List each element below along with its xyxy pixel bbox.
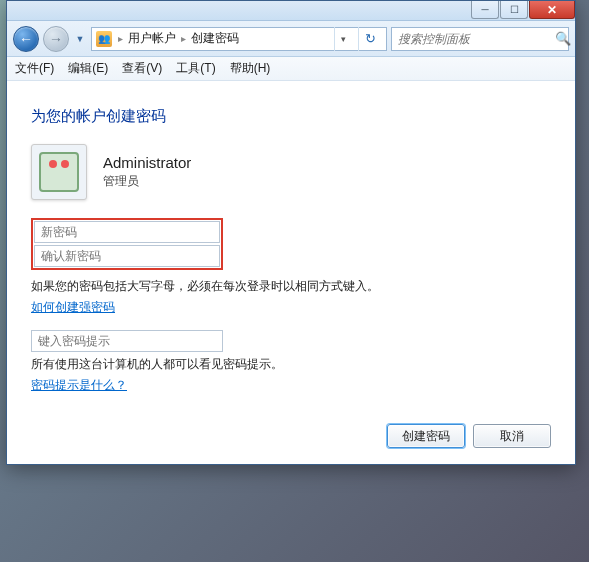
chevron-right-icon: ▸ (118, 33, 123, 44)
hint-visibility-note: 所有使用这台计算机的人都可以看见密码提示。 (31, 356, 551, 373)
minimize-button[interactable]: ─ (471, 1, 499, 19)
search-box: 🔍 (391, 27, 569, 51)
control-panel-window: ─ ☐ ✕ ← → ▼ 👥 ▸ 用户帐户 ▸ 创建密码 ▾ ↻ 🔍 文件(F) … (6, 0, 576, 465)
menu-view[interactable]: 查看(V) (122, 60, 162, 77)
account-name: Administrator (103, 154, 191, 171)
breadcrumb-item[interactable]: 创建密码 (191, 30, 239, 47)
menu-bar: 文件(F) 编辑(E) 查看(V) 工具(T) 帮助(H) (7, 57, 575, 81)
user-accounts-icon: 👥 (96, 31, 112, 47)
maximize-button[interactable]: ☐ (500, 1, 528, 19)
menu-help[interactable]: 帮助(H) (230, 60, 271, 77)
chevron-right-icon: ▸ (181, 33, 186, 44)
titlebar: ─ ☐ ✕ (7, 1, 575, 21)
account-info: Administrator 管理员 (103, 154, 191, 190)
cancel-button[interactable]: 取消 (473, 424, 551, 448)
page-title: 为您的帐户创建密码 (31, 107, 551, 126)
forward-button[interactable]: → (43, 26, 69, 52)
menu-edit[interactable]: 编辑(E) (68, 60, 108, 77)
address-dropdown[interactable]: ▾ (334, 27, 352, 51)
navigation-bar: ← → ▼ 👥 ▸ 用户帐户 ▸ 创建密码 ▾ ↻ 🔍 (7, 21, 575, 57)
content-area: 为您的帐户创建密码 Administrator 管理员 如果您的密码包括大写字母… (7, 81, 575, 464)
breadcrumb-item[interactable]: 用户帐户 (128, 30, 176, 47)
what-is-hint-link[interactable]: 密码提示是什么？ (31, 377, 551, 394)
password-hint-input[interactable] (31, 330, 223, 352)
account-header: Administrator 管理员 (31, 144, 551, 200)
nav-history-dropdown[interactable]: ▼ (73, 26, 87, 52)
confirm-password-input[interactable] (34, 245, 220, 267)
arrow-left-icon: ← (19, 31, 33, 47)
account-role: 管理员 (103, 173, 191, 190)
menu-tools[interactable]: 工具(T) (176, 60, 215, 77)
create-password-button[interactable]: 创建密码 (387, 424, 465, 448)
search-icon[interactable]: 🔍 (555, 31, 571, 46)
menu-file[interactable]: 文件(F) (15, 60, 54, 77)
avatar (31, 144, 87, 200)
back-button[interactable]: ← (13, 26, 39, 52)
robot-icon (39, 152, 79, 192)
address-bar[interactable]: 👥 ▸ 用户帐户 ▸ 创建密码 ▾ ↻ (91, 27, 387, 51)
breadcrumb: ▸ 用户帐户 ▸ 创建密码 (118, 30, 239, 47)
close-button[interactable]: ✕ (529, 1, 575, 19)
arrow-right-icon: → (49, 31, 63, 47)
refresh-button[interactable]: ↻ (358, 27, 382, 51)
strong-password-link[interactable]: 如何创建强密码 (31, 299, 551, 316)
new-password-input[interactable] (34, 221, 220, 243)
footer-buttons: 创建密码 取消 (31, 410, 551, 452)
search-input[interactable] (392, 32, 555, 46)
caps-note: 如果您的密码包括大写字母，必须在每次登录时以相同方式键入。 (31, 278, 551, 295)
password-fields-highlight (31, 218, 223, 270)
